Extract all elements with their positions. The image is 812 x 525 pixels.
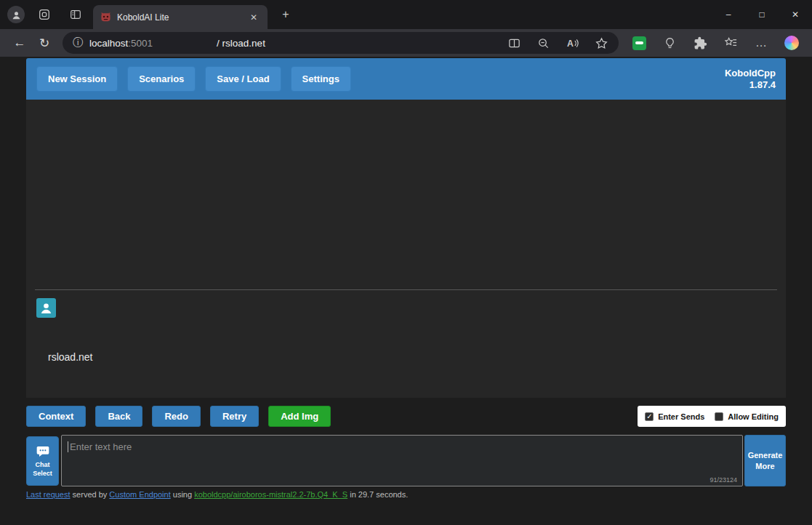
text-input-wrap: 91/23124 [61,435,743,486]
allow-editing-label: Allow Editing [728,412,779,421]
vertical-tabs-icon [69,8,82,21]
save-load-button[interactable]: Save / Load [205,66,281,92]
status-line: Last request served by Custom Endpoint u… [26,490,786,499]
extension-green-icon [632,36,646,50]
version-name: KoboldCpp [725,68,776,79]
read-aloud-icon: A [566,36,579,50]
lightbulb-button[interactable] [662,36,677,50]
favorites-list-icon [724,36,738,50]
chat-message-text: rsload.net [48,351,92,363]
profile-button[interactable] [7,6,25,23]
action-button-row: Context Back Redo Retry Add Img Enter Se… [26,406,786,427]
browser-window: KoboldAI Lite ✕ + – □ ✕ ← ↻ ⓘ localhost … [0,0,812,525]
version-number: 1.87.4 [725,79,776,91]
settings-more-button[interactable]: … [754,36,768,50]
add-img-button[interactable]: Add Img [268,406,331,427]
workspaces-button[interactable] [36,7,52,23]
toggle-panel: Enter Sends Allow Editing [638,406,786,427]
top-menu-bar: New Session Scenarios Save / Load Settin… [26,58,786,100]
settings-button[interactable]: Settings [291,66,351,92]
site-info-icon[interactable]: ⓘ [73,36,83,49]
model-name-link[interactable]: koboldcpp/airoboros-mistral2.2-7b.Q4_K_S [194,490,347,499]
token-counter: 91/23124 [710,476,737,484]
allow-editing-checkbox[interactable] [715,412,723,421]
game-text-area: rsload.net [26,100,786,398]
chat-select-label: Chat Select [33,461,52,478]
redo-button[interactable]: Redo [152,406,201,427]
window-controls: – □ ✕ [712,0,812,29]
browser-navbar: ← ↻ ⓘ localhost :5001 / rsload.net A [0,29,812,57]
tab-actions-button[interactable] [68,7,84,23]
enter-sends-label: Enter Sends [658,412,704,421]
star-icon [595,36,608,50]
copilot-icon [784,36,799,50]
chat-select-button[interactable]: Chat Select [26,436,59,486]
generate-more-button[interactable]: Generate More [744,435,786,486]
input-row: Chat Select 91/23124 Generate More [26,434,786,486]
read-aloud-button[interactable]: A [565,36,579,50]
back-button[interactable]: ← [7,32,32,54]
custom-endpoint-link[interactable]: Custom Endpoint [109,490,170,499]
koboldai-favicon [100,12,111,23]
svg-text:A: A [566,39,573,49]
context-button[interactable]: Context [26,406,86,427]
close-button[interactable]: ✕ [779,0,812,29]
last-request-link[interactable]: Last request [26,490,71,499]
message-divider [35,289,777,290]
address-path: / rsload.net [217,38,265,49]
puzzle-icon [694,36,707,50]
minimize-button[interactable]: – [712,0,745,29]
new-session-button[interactable]: New Session [36,66,118,92]
lightbulb-icon [663,36,677,50]
scenarios-button[interactable]: Scenarios [127,66,196,92]
person-icon [39,301,53,315]
zoom-out-icon [536,36,550,50]
page-koboldai-lite: New Session Scenarios Save / Load Settin… [0,57,812,525]
kobold-content: New Session Scenarios Save / Load Settin… [26,58,786,525]
favorite-star-button[interactable] [594,36,608,50]
user-avatar [36,298,56,318]
tab-close-button[interactable]: ✕ [247,11,260,24]
back-action-button[interactable]: Back [95,406,142,427]
split-screen-icon [507,36,521,50]
address-port: :5001 [128,38,153,49]
zoom-out-button[interactable] [536,36,550,50]
enter-sends-toggle[interactable]: Enter Sends [645,412,704,421]
profile-avatar-icon [11,9,22,20]
address-host: localhost [89,38,128,49]
text-caret [68,441,68,452]
tab-title: KoboldAI Lite [117,12,241,23]
toolbar-icons: … [624,36,805,50]
workspaces-icon [38,8,51,21]
browser-titlebar: KoboldAI Lite ✕ + – □ ✕ [0,0,812,29]
allow-editing-toggle[interactable]: Allow Editing [715,412,779,421]
chat-bubble-icon [36,444,50,459]
address-bar-icons: A [507,36,608,50]
status-text: using [171,490,194,499]
address-bar[interactable]: ⓘ localhost :5001 / rsload.net A [63,32,619,54]
koboldcpp-version: KoboldCpp 1.87.4 [725,68,776,90]
copilot-button[interactable] [784,36,799,50]
extension-green-button[interactable] [632,36,646,50]
favorites-hub-button[interactable] [723,36,738,50]
refresh-button[interactable]: ↻ [32,32,57,54]
status-text: in 29.7 seconds. [347,490,408,499]
text-input[interactable] [61,435,743,486]
browser-tab[interactable]: KoboldAI Lite ✕ [93,5,268,29]
maximize-button[interactable]: □ [745,0,779,29]
new-tab-button[interactable]: + [278,7,294,23]
extensions-button[interactable] [693,36,707,50]
retry-button[interactable]: Retry [210,406,259,427]
split-screen-button[interactable] [507,36,521,50]
enter-sends-checkbox[interactable] [645,412,654,421]
status-text: served by [71,490,110,499]
